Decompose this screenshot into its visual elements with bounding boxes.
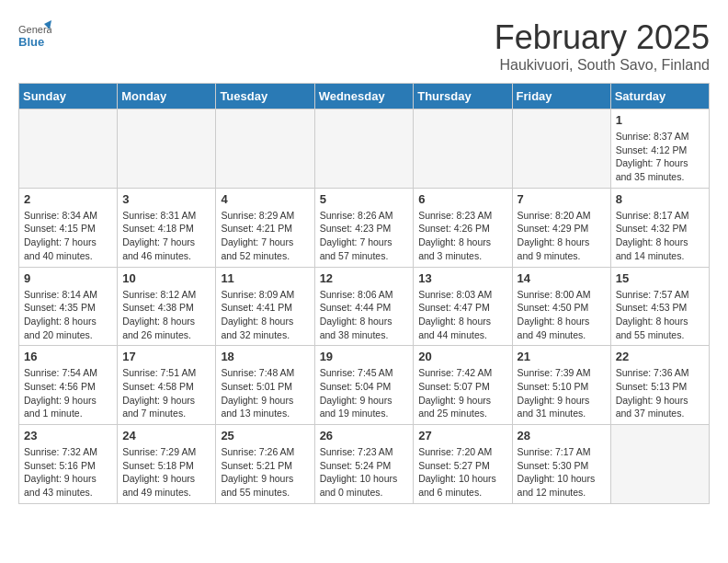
- col-monday: Monday: [118, 84, 216, 109]
- day-info: Sunrise: 7:23 AM Sunset: 5:24 PM Dayligh…: [320, 445, 409, 500]
- day-number: 13: [418, 271, 506, 285]
- day-info: Sunrise: 8:26 AM Sunset: 4:23 PM Dayligh…: [320, 209, 409, 263]
- day-info: Sunrise: 8:34 AM Sunset: 4:15 PM Dayligh…: [24, 209, 112, 263]
- day-info: Sunrise: 7:42 AM Sunset: 5:07 PM Dayligh…: [418, 366, 506, 420]
- calendar-header-row: Sunday Monday Tuesday Wednesday Thursday…: [19, 84, 710, 109]
- day-number: 10: [122, 271, 210, 285]
- calendar-cell: 6Sunrise: 8:23 AM Sunset: 4:26 PM Daylig…: [414, 188, 512, 267]
- calendar-cell: 25Sunrise: 7:26 AM Sunset: 5:21 PM Dayli…: [216, 425, 314, 504]
- calendar-cell: [118, 109, 216, 189]
- day-info: Sunrise: 8:09 AM Sunset: 4:41 PM Dayligh…: [221, 288, 309, 342]
- calendar-cell: 26Sunrise: 7:23 AM Sunset: 5:24 PM Dayli…: [314, 425, 414, 504]
- day-number: 20: [418, 350, 506, 363]
- calendar-cell: 8Sunrise: 8:17 AM Sunset: 4:32 PM Daylig…: [610, 188, 709, 267]
- col-tuesday: Tuesday: [216, 84, 314, 109]
- day-info: Sunrise: 7:45 AM Sunset: 5:04 PM Dayligh…: [320, 366, 409, 420]
- day-info: Sunrise: 7:20 AM Sunset: 5:27 PM Dayligh…: [418, 445, 506, 500]
- day-info: Sunrise: 7:36 AM Sunset: 5:13 PM Dayligh…: [616, 366, 704, 420]
- day-number: 8: [616, 192, 704, 206]
- day-info: Sunrise: 8:06 AM Sunset: 4:44 PM Dayligh…: [320, 288, 409, 342]
- calendar-cell: 11Sunrise: 8:09 AM Sunset: 4:41 PM Dayli…: [216, 267, 314, 346]
- col-sunday: Sunday: [19, 84, 118, 109]
- calendar-cell: 12Sunrise: 8:06 AM Sunset: 4:44 PM Dayli…: [314, 267, 414, 346]
- col-saturday: Saturday: [610, 84, 709, 109]
- day-info: Sunrise: 7:29 AM Sunset: 5:18 PM Dayligh…: [122, 445, 210, 500]
- col-wednesday: Wednesday: [314, 84, 414, 109]
- calendar-cell: 3Sunrise: 8:31 AM Sunset: 4:18 PM Daylig…: [118, 188, 216, 267]
- day-info: Sunrise: 8:37 AM Sunset: 4:12 PM Dayligh…: [616, 130, 704, 184]
- day-info: Sunrise: 8:14 AM Sunset: 4:35 PM Dayligh…: [24, 288, 112, 342]
- logo: General Blue: [18, 18, 51, 52]
- day-number: 2: [24, 192, 112, 206]
- title-area: February 2025 Haukivuori, South Savo, Fi…: [495, 18, 710, 74]
- calendar-cell: 13Sunrise: 8:03 AM Sunset: 4:47 PM Dayli…: [414, 267, 512, 346]
- calendar-cell: 14Sunrise: 8:00 AM Sunset: 4:50 PM Dayli…: [512, 267, 610, 346]
- svg-text:Blue: Blue: [18, 35, 44, 49]
- calendar-cell: 27Sunrise: 7:20 AM Sunset: 5:27 PM Dayli…: [414, 425, 512, 504]
- calendar-cell: 4Sunrise: 8:29 AM Sunset: 4:21 PM Daylig…: [216, 188, 314, 267]
- day-number: 5: [320, 192, 409, 206]
- day-info: Sunrise: 7:39 AM Sunset: 5:10 PM Dayligh…: [518, 366, 606, 420]
- calendar: Sunday Monday Tuesday Wednesday Thursday…: [18, 83, 710, 504]
- month-title: February 2025: [495, 18, 710, 57]
- day-number: 15: [616, 271, 704, 285]
- day-info: Sunrise: 8:12 AM Sunset: 4:38 PM Dayligh…: [122, 288, 210, 342]
- day-info: Sunrise: 8:29 AM Sunset: 4:21 PM Dayligh…: [221, 209, 309, 263]
- calendar-cell: 2Sunrise: 8:34 AM Sunset: 4:15 PM Daylig…: [19, 188, 118, 267]
- day-number: 16: [24, 350, 112, 363]
- calendar-cell: [216, 109, 314, 189]
- day-info: Sunrise: 7:57 AM Sunset: 4:53 PM Dayligh…: [616, 288, 704, 342]
- day-info: Sunrise: 8:20 AM Sunset: 4:29 PM Dayligh…: [518, 209, 606, 263]
- day-number: 23: [24, 429, 112, 442]
- day-info: Sunrise: 8:23 AM Sunset: 4:26 PM Dayligh…: [418, 209, 506, 263]
- week-row-1: 1Sunrise: 8:37 AM Sunset: 4:12 PM Daylig…: [19, 109, 710, 189]
- calendar-cell: 15Sunrise: 7:57 AM Sunset: 4:53 PM Dayli…: [610, 267, 709, 346]
- header: General Blue February 2025 Haukivuori, S…: [18, 18, 710, 74]
- day-number: 17: [122, 350, 210, 363]
- day-number: 6: [418, 192, 506, 206]
- day-number: 27: [418, 429, 506, 442]
- calendar-cell: 24Sunrise: 7:29 AM Sunset: 5:18 PM Dayli…: [118, 425, 216, 504]
- location-title: Haukivuori, South Savo, Finland: [495, 57, 710, 74]
- calendar-cell: 16Sunrise: 7:54 AM Sunset: 4:56 PM Dayli…: [19, 346, 118, 425]
- day-number: 24: [122, 429, 210, 442]
- day-number: 7: [518, 192, 606, 206]
- calendar-cell: 7Sunrise: 8:20 AM Sunset: 4:29 PM Daylig…: [512, 188, 610, 267]
- week-row-4: 16Sunrise: 7:54 AM Sunset: 4:56 PM Dayli…: [19, 346, 710, 425]
- day-info: Sunrise: 7:32 AM Sunset: 5:16 PM Dayligh…: [24, 445, 112, 500]
- day-info: Sunrise: 7:48 AM Sunset: 5:01 PM Dayligh…: [221, 366, 309, 420]
- day-number: 9: [24, 271, 112, 285]
- day-info: Sunrise: 7:26 AM Sunset: 5:21 PM Dayligh…: [221, 445, 309, 500]
- day-number: 1: [616, 113, 704, 127]
- calendar-cell: 23Sunrise: 7:32 AM Sunset: 5:16 PM Dayli…: [19, 425, 118, 504]
- calendar-cell: 18Sunrise: 7:48 AM Sunset: 5:01 PM Dayli…: [216, 346, 314, 425]
- day-info: Sunrise: 7:51 AM Sunset: 4:58 PM Dayligh…: [122, 366, 210, 420]
- day-number: 19: [320, 350, 409, 363]
- day-info: Sunrise: 8:31 AM Sunset: 4:18 PM Dayligh…: [122, 209, 210, 263]
- week-row-3: 9Sunrise: 8:14 AM Sunset: 4:35 PM Daylig…: [19, 267, 710, 346]
- calendar-cell: 1Sunrise: 8:37 AM Sunset: 4:12 PM Daylig…: [610, 109, 709, 189]
- calendar-cell: 22Sunrise: 7:36 AM Sunset: 5:13 PM Dayli…: [610, 346, 709, 425]
- day-number: 12: [320, 271, 409, 285]
- calendar-cell: [19, 109, 118, 189]
- day-number: 4: [221, 192, 309, 206]
- calendar-cell: 9Sunrise: 8:14 AM Sunset: 4:35 PM Daylig…: [19, 267, 118, 346]
- day-info: Sunrise: 8:00 AM Sunset: 4:50 PM Dayligh…: [518, 288, 606, 342]
- week-row-2: 2Sunrise: 8:34 AM Sunset: 4:15 PM Daylig…: [19, 188, 710, 267]
- calendar-cell: [610, 425, 709, 504]
- logo-container: General Blue: [18, 18, 51, 52]
- calendar-cell: 28Sunrise: 7:17 AM Sunset: 5:30 PM Dayli…: [512, 425, 610, 504]
- day-number: 28: [518, 429, 606, 442]
- day-info: Sunrise: 8:17 AM Sunset: 4:32 PM Dayligh…: [616, 209, 704, 263]
- day-number: 21: [518, 350, 606, 363]
- day-info: Sunrise: 7:17 AM Sunset: 5:30 PM Dayligh…: [518, 445, 606, 500]
- calendar-cell: 20Sunrise: 7:42 AM Sunset: 5:07 PM Dayli…: [414, 346, 512, 425]
- week-row-5: 23Sunrise: 7:32 AM Sunset: 5:16 PM Dayli…: [19, 425, 710, 504]
- col-thursday: Thursday: [414, 84, 512, 109]
- calendar-cell: [414, 109, 512, 189]
- day-number: 22: [616, 350, 704, 363]
- day-info: Sunrise: 8:03 AM Sunset: 4:47 PM Dayligh…: [418, 288, 506, 342]
- calendar-cell: 5Sunrise: 8:26 AM Sunset: 4:23 PM Daylig…: [314, 188, 414, 267]
- day-number: 26: [320, 429, 409, 442]
- col-friday: Friday: [512, 84, 610, 109]
